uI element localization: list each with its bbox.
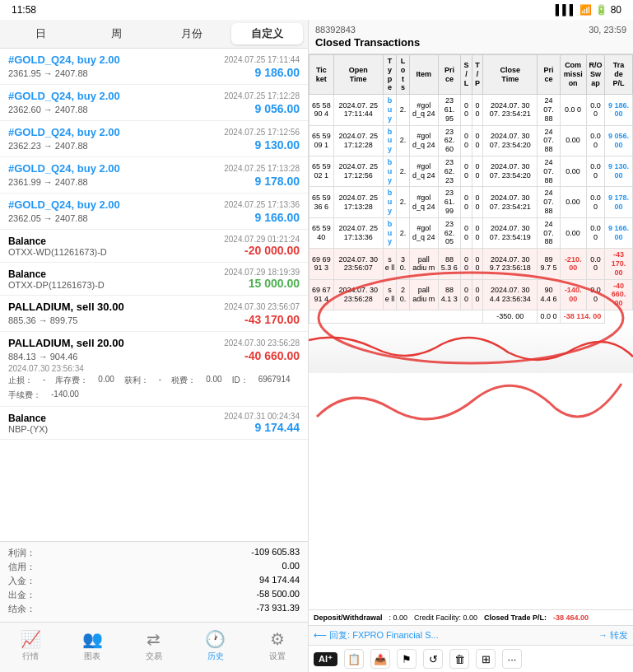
settings-icon: ⚙ bbox=[270, 629, 285, 649]
pl-total: -38 114. 00 bbox=[560, 310, 605, 323]
more-icon-btn[interactable]: ··· bbox=[502, 649, 522, 669]
bottom-nav: 📈 行情 👥 图表 ⇄ 交易 🕐 历史 ⚙ 设置 bbox=[0, 622, 308, 672]
tab-custom[interactable]: 自定义 bbox=[231, 23, 304, 44]
table-row: 65 58 90 4 2024.07. 25 17:11:44 b u y 2.… bbox=[310, 95, 633, 125]
transaction-amount: 9 178.00 bbox=[255, 175, 300, 188]
price: 23 61. 99 bbox=[438, 187, 460, 217]
open-time: 2024.07. 25 17:11:44 bbox=[333, 95, 383, 125]
ai-toolbar: AI⁺ 📋 📤 ⚑ ↺ 🗑 ⊞ ··· bbox=[309, 645, 633, 672]
list-item[interactable]: Balance OTXX-WD(11261673)-D 2024.07.29 0… bbox=[0, 230, 308, 263]
list-item[interactable]: #GOLD_Q24, buy 2.00 2024.07.25 17:13:36 … bbox=[0, 194, 308, 230]
table-row: 69 67 91 4 2024.07. 30 23:56:28 s e ll 2… bbox=[310, 279, 633, 310]
table-container: Ticket OpenTime Type Lots Item Price S/L… bbox=[309, 54, 633, 609]
transaction-title: #GOLD_Q24, buy 2.00 bbox=[8, 126, 120, 138]
nav-item-chart[interactable]: 👥 图表 bbox=[62, 626, 123, 665]
transaction-date: 2024.07.29 01:21:24 bbox=[224, 235, 300, 244]
transaction-date: 2024.07.25 17:11:44 bbox=[224, 55, 300, 64]
sl: 0 0 bbox=[461, 217, 472, 248]
col-tp: T/P bbox=[472, 55, 483, 95]
close-price: 24 07. 88 bbox=[538, 187, 560, 217]
forward-text[interactable]: → 转发 bbox=[598, 629, 628, 642]
transaction-date: 2024.07.25 17:12:56 bbox=[224, 128, 300, 137]
empty-cell bbox=[310, 310, 483, 323]
col-price: Price bbox=[438, 55, 460, 95]
copy-icon-btn[interactable]: 📋 bbox=[344, 649, 364, 669]
commission: 0.00 bbox=[560, 125, 586, 156]
balance-title: Balance bbox=[8, 268, 105, 280]
price: 23 61. 95 bbox=[438, 95, 460, 125]
list-item[interactable]: #GOLD_Q24, buy 2.00 2024.07.25 17:13:28 … bbox=[0, 157, 308, 194]
reply-text[interactable]: ⟵ 回复: FXPRO Financial S... bbox=[314, 629, 439, 642]
id-value: 6967914 bbox=[258, 375, 291, 386]
tab-week[interactable]: 周 bbox=[81, 23, 153, 44]
transaction-date: 2024.07.25 17:13:36 bbox=[224, 200, 300, 209]
price: 88 5.3 6 bbox=[438, 249, 460, 279]
swap: 0.0 0 bbox=[586, 187, 605, 217]
col-lots: Lots bbox=[397, 55, 409, 95]
tab-day[interactable]: 日 bbox=[5, 23, 77, 44]
deposit-label: Deposit/Withdrawal bbox=[314, 614, 382, 622]
transaction-prices: 2361.99 → 2407.88 bbox=[8, 177, 88, 187]
commission: 0.00 bbox=[560, 187, 586, 217]
type: b u y bbox=[383, 187, 397, 217]
list-item[interactable]: #GOLD_Q24, buy 2.00 2024.07.25 17:12:56 … bbox=[0, 121, 308, 157]
list-item[interactable]: PALLADIUM, sell 20.00 2024.07.30 23:56:2… bbox=[0, 332, 308, 407]
nav-label-trade: 交易 bbox=[146, 651, 162, 662]
nav-item-settings[interactable]: ⚙ 设置 bbox=[246, 626, 308, 665]
transaction-amount: 9 130.00 bbox=[255, 138, 300, 152]
trade-icon: ⇄ bbox=[147, 629, 161, 649]
close-time: 2024.07. 30 4.4 23:56:34 bbox=[483, 279, 538, 310]
nav-item-trade[interactable]: ⇄ 交易 bbox=[123, 626, 185, 665]
transaction-title: PALLADIUM, sell 20.00 bbox=[8, 337, 124, 349]
tab-bar: 日 周 月份 自定义 bbox=[0, 20, 308, 49]
close-price: 24 07. 88 bbox=[538, 95, 560, 125]
ticket: 65 59 40 bbox=[310, 217, 334, 248]
type: b u y bbox=[383, 156, 397, 186]
close-price: 24 07. 88 bbox=[538, 217, 560, 248]
close-time: 2024.07. 30 07. 23:54:20 bbox=[483, 125, 538, 156]
open-time: 2024.07. 25 17:13:28 bbox=[333, 187, 383, 217]
grid-icon-btn[interactable]: ⊞ bbox=[476, 649, 496, 669]
col-item: Item bbox=[409, 55, 438, 95]
right-header: 88392843 30, 23:59 Closed Transactions bbox=[309, 20, 633, 54]
col-opentime: OpenTime bbox=[333, 55, 383, 95]
flag-icon-btn[interactable]: ⚑ bbox=[397, 649, 417, 669]
lots: 2. bbox=[397, 156, 409, 186]
list-item[interactable]: PALLADIUM, sell 30.00 2024.07.30 23:56:0… bbox=[0, 296, 308, 332]
nav-item-market[interactable]: 📈 行情 bbox=[0, 626, 62, 665]
sl: 0 0 bbox=[461, 187, 472, 217]
pl: 9 178. 00 bbox=[605, 187, 633, 217]
tp: 0 0 bbox=[472, 217, 483, 248]
commission: 0.00 bbox=[560, 156, 586, 186]
nav-label-history: 历史 bbox=[207, 651, 224, 662]
col-closeprice: Price bbox=[538, 55, 560, 95]
closed-transactions-title: Closed Transactions bbox=[315, 36, 626, 49]
list-item[interactable]: Balance OTXX-DP(11261673)-D 2024.07.29 1… bbox=[0, 263, 308, 296]
delete-icon-btn[interactable]: 🗑 bbox=[449, 649, 469, 669]
nav-item-history[interactable]: 🕐 历史 bbox=[184, 626, 246, 665]
transaction-prices: 885.36 → 899.75 bbox=[8, 315, 77, 325]
transaction-title: PALLADIUM, sell 30.00 bbox=[8, 301, 124, 313]
right-content: Ticket OpenTime Type Lots Item Price S/L… bbox=[309, 54, 633, 625]
list-item[interactable]: #GOLD_Q24, buy 2.00 2024.07.25 17:12:28 … bbox=[0, 85, 308, 121]
chart-svg bbox=[309, 324, 633, 373]
transaction-prices: 884.13 → 904.46 bbox=[8, 352, 77, 362]
summary-section: 利润： -109 605.83 信用： 0.00 入金： 94 174.44 出… bbox=[0, 541, 308, 622]
left-panel: 日 周 月份 自定义 #GOLD_Q24, buy 2.00 2024.07.2… bbox=[0, 20, 309, 672]
lots: 2 0. bbox=[397, 279, 409, 310]
market-icon: 📈 bbox=[21, 629, 41, 649]
ai-button[interactable]: AI⁺ bbox=[314, 652, 337, 666]
swap: 0.0 0 bbox=[586, 249, 605, 279]
close-price: 90 4.4 6 bbox=[538, 279, 560, 310]
list-item[interactable]: Balance NBP-(YX) 2024.07.31 00:24:34 9 1… bbox=[0, 407, 308, 440]
list-item[interactable]: #GOLD_Q24, buy 2.00 2024.07.25 17:11:44 … bbox=[0, 49, 308, 85]
storage-fee-label: 库存费： bbox=[55, 375, 88, 386]
tab-month[interactable]: 月份 bbox=[156, 23, 228, 44]
status-icons: ▌▌▌ 📶 🔋 80 bbox=[556, 4, 621, 16]
credit-label: 信用： bbox=[8, 561, 35, 573]
type: b u y bbox=[383, 217, 397, 248]
refresh-icon-btn[interactable]: ↺ bbox=[423, 649, 443, 669]
item: pall adiu m bbox=[409, 249, 438, 279]
forward-icon-btn[interactable]: 📤 bbox=[370, 649, 390, 669]
swap: 0.0 0 bbox=[586, 95, 605, 125]
